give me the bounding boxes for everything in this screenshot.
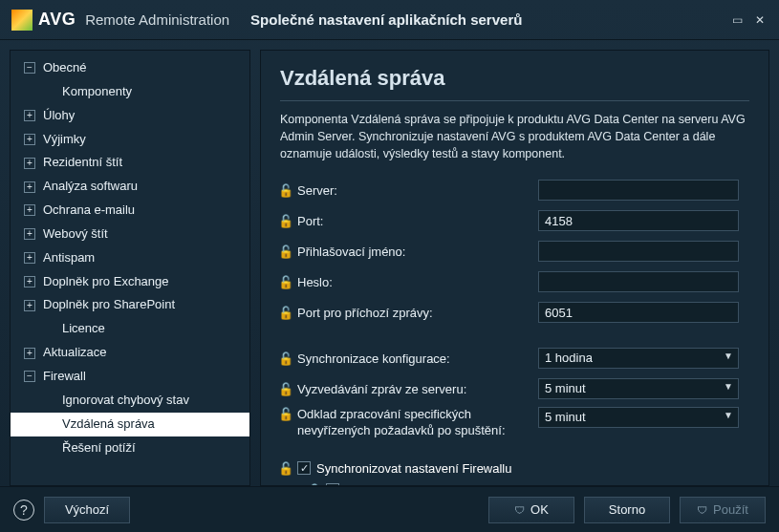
footer: ? Výchozí 🛡OK Storno 🛡Použít — [0, 486, 779, 532]
sidebar-item[interactable]: +Aktualizace — [11, 341, 249, 365]
sidebar-item-label: Licence — [62, 320, 105, 338]
sidebar-item-label: Doplněk pro SharePoint — [43, 296, 175, 314]
port-input[interactable] — [538, 210, 739, 231]
avg-logo-icon — [11, 10, 32, 31]
expand-icon[interactable]: + — [24, 110, 35, 121]
sidebar-item[interactable]: +Doplněk pro Exchange — [11, 270, 249, 294]
sidebar-item-label: Vzdálená správa — [62, 415, 155, 434]
ok-icon: 🛡 — [514, 504, 525, 516]
sidebar-item[interactable]: +Úlohy — [11, 104, 249, 128]
sidebar-item-label: Rezidentní štít — [43, 154, 122, 172]
divider — [280, 100, 749, 101]
sidebar-item-label: Komponenty — [62, 83, 132, 101]
sidebar-item[interactable]: −Firewall — [11, 365, 249, 389]
defer-select[interactable]: 5 minut — [538, 407, 739, 428]
expand-icon[interactable]: + — [24, 348, 35, 359]
lock-icon[interactable]: 🔓 — [280, 183, 292, 198]
label-password: Heslo: — [297, 275, 333, 289]
msgport-input[interactable] — [538, 302, 739, 323]
content-panel: Vzdálená správa Komponenta Vzdálená sprá… — [260, 50, 769, 486]
window-title: Společné nastavení aplikačních serverů — [250, 11, 522, 28]
sidebar-item[interactable]: +Rezidentní štít — [11, 151, 249, 175]
page-heading: Vzdálená správa — [280, 66, 749, 91]
retrieve-select[interactable]: 5 minut — [538, 378, 739, 399]
sidebar-item-label: Firewall — [43, 368, 86, 386]
lock-icon[interactable]: 🔓 — [280, 275, 292, 289]
sidebar-item[interactable]: Licence — [11, 317, 249, 341]
expand-icon[interactable]: + — [24, 134, 35, 145]
default-button[interactable]: Výchozí — [44, 497, 130, 523]
apply-label: Použít — [713, 502, 748, 517]
apply-icon: 🛡 — [697, 504, 707, 516]
brand-sub: Remote Administration — [85, 11, 229, 28]
expand-icon[interactable]: + — [24, 181, 35, 193]
label-msgport: Port pro příchozí zprávy: — [297, 306, 433, 320]
sidebar-item-label: Webový štít — [43, 225, 108, 244]
sidebar-item-label: Antispam — [43, 249, 95, 267]
sidebar-item-label: Řešení potíží — [62, 439, 136, 458]
sidebar-item-label: Ochrana e-mailu — [43, 202, 135, 220]
label-server: Server: — [297, 183, 337, 198]
apply-button[interactable]: 🛡Použít — [680, 497, 766, 523]
expand-icon[interactable]: + — [24, 252, 35, 264]
page-description: Komponenta Vzdálená správa se připojuje … — [280, 111, 749, 162]
sidebar-item[interactable]: +Doplněk pro SharePoint — [11, 293, 249, 317]
label-port: Port: — [297, 214, 323, 228]
expand-icon[interactable]: + — [24, 300, 35, 311]
sidebar-item[interactable]: +Antispam — [11, 246, 249, 270]
help-button[interactable]: ? — [13, 500, 34, 521]
brand-name: AVG — [38, 10, 76, 30]
sidebar-item-label: Výjimky — [43, 131, 86, 149]
sidebar-item[interactable]: +Analýza softwaru — [11, 175, 249, 199]
titlebar: AVG Remote Administration Společné nasta… — [0, 0, 779, 40]
lock-icon[interactable]: 🔓 — [280, 245, 292, 259]
sidebar-item[interactable]: Komponenty — [11, 80, 249, 104]
sidebar-item-label: Ignorovat chybový stav — [62, 392, 189, 410]
lock-icon[interactable]: 🔓 — [280, 351, 292, 366]
lock-icon[interactable]: 🔓 — [280, 461, 292, 476]
label-defer: Odklad zpracování specifických nevyřízen… — [297, 407, 538, 438]
lock-icon[interactable]: 🔓 — [280, 382, 292, 396]
maximize-icon[interactable]: ▭ — [729, 13, 745, 27]
sidebar: −ObecnéKomponenty+Úlohy+Výjimky+Rezident… — [10, 50, 250, 486]
server-input[interactable] — [538, 180, 739, 201]
expand-icon[interactable]: + — [24, 228, 35, 240]
lock-icon[interactable]: 🔓 — [280, 306, 292, 320]
sidebar-item-label: Obecné — [43, 59, 87, 77]
sidebar-item[interactable]: Řešení potíží — [11, 436, 249, 460]
label-login: Přihlašovací jméno: — [297, 245, 405, 259]
sidebar-item[interactable]: Vzdálená správa — [11, 413, 249, 436]
sync-firewall-checkbox[interactable] — [297, 461, 311, 475]
logo: AVG Remote Administration — [11, 10, 229, 31]
expand-icon[interactable]: + — [24, 204, 35, 216]
lock-icon[interactable]: 🔓 — [280, 407, 292, 421]
label-sync-firewall: Synchronizovat nastavení Firewallu — [316, 461, 512, 476]
sidebar-item-label: Analýza softwaru — [43, 178, 138, 196]
sync-select[interactable]: 1 hodina — [538, 348, 739, 369]
window-controls: ▭ ✕ — [729, 13, 768, 27]
cancel-button[interactable]: Storno — [584, 497, 670, 523]
sidebar-item[interactable]: Ignorovat chybový stav — [11, 389, 249, 413]
ok-label: OK — [530, 502, 549, 517]
sidebar-item[interactable]: +Webový štít — [11, 223, 249, 246]
sidebar-item-label: Úlohy — [43, 107, 75, 125]
lock-icon[interactable]: 🔓 — [280, 214, 292, 228]
expand-icon[interactable]: + — [24, 276, 35, 287]
login-input[interactable] — [538, 241, 739, 262]
close-icon[interactable]: ✕ — [752, 13, 768, 27]
collapse-icon[interactable]: − — [24, 62, 35, 74]
sidebar-item-label: Aktualizace — [43, 344, 106, 362]
label-retrieve: Vyzvedávání zpráv ze serveru: — [297, 382, 466, 396]
expand-icon[interactable]: + — [24, 158, 35, 169]
ok-button[interactable]: 🛡OK — [488, 497, 574, 523]
sidebar-item-label: Doplněk pro Exchange — [43, 273, 169, 291]
collapse-icon[interactable]: − — [24, 371, 35, 382]
sidebar-item[interactable]: −Obecné — [11, 56, 249, 80]
label-sync: Synchronizace konfigurace: — [297, 351, 450, 366]
sidebar-item[interactable]: +Ochrana e-mailu — [11, 199, 249, 223]
sidebar-item[interactable]: +Výjimky — [11, 128, 249, 152]
password-input[interactable] — [538, 271, 739, 292]
app-window: AVG Remote Administration Společné nasta… — [0, 0, 779, 532]
